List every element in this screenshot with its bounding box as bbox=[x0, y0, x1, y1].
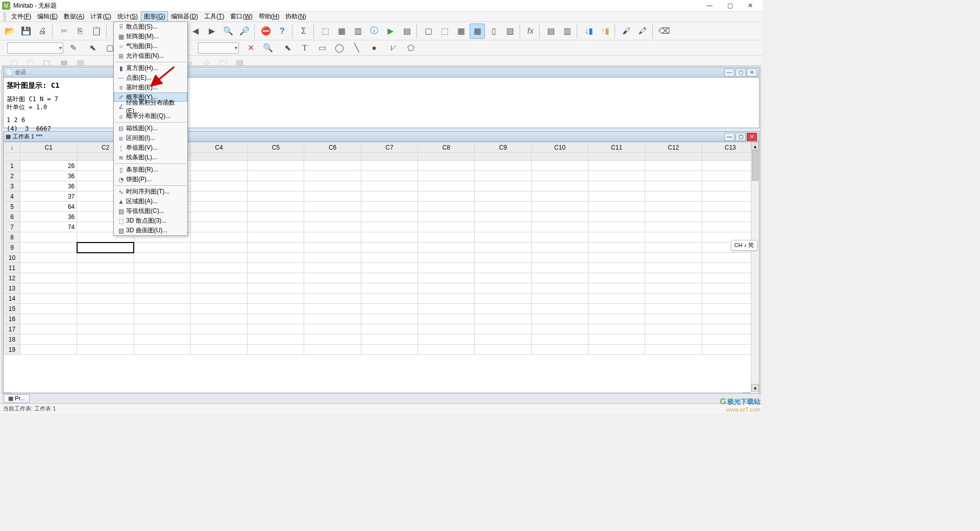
cell[interactable] bbox=[702, 161, 758, 171]
cell[interactable] bbox=[20, 283, 77, 294]
menu-item[interactable]: ▧3D 曲面图(U)... bbox=[114, 226, 187, 235]
tool-12[interactable]: ▧ bbox=[502, 23, 518, 39]
cell[interactable] bbox=[77, 345, 134, 355]
row-header[interactable]: 19 bbox=[4, 345, 20, 355]
tool-11[interactable]: ▯ bbox=[486, 23, 501, 39]
cell[interactable] bbox=[304, 222, 361, 232]
menu-a[interactable]: 数据(A) bbox=[61, 11, 87, 22]
session-close-button[interactable]: ✕ bbox=[747, 68, 757, 77]
cell[interactable] bbox=[134, 314, 190, 324]
col-name[interactable] bbox=[418, 153, 475, 161]
row-header[interactable]: 10 bbox=[4, 253, 20, 263]
cell[interactable] bbox=[531, 263, 588, 273]
cell[interactable] bbox=[361, 273, 418, 283]
col-name[interactable] bbox=[304, 153, 361, 161]
menu-item[interactable]: ⬚3D 散点图(3)... bbox=[114, 216, 187, 226]
session-max-button[interactable]: ▢ bbox=[736, 68, 746, 77]
cell[interactable] bbox=[248, 171, 304, 181]
menu-h[interactable]: 帮助(H) bbox=[256, 11, 283, 22]
cell[interactable] bbox=[190, 232, 247, 243]
cell[interactable] bbox=[20, 294, 77, 304]
cell[interactable] bbox=[190, 294, 247, 304]
cell[interactable] bbox=[248, 283, 304, 294]
sort-desc-button[interactable]: ↑▮ bbox=[597, 23, 612, 39]
cell[interactable] bbox=[475, 202, 531, 212]
edit-tool-1[interactable]: ✎ bbox=[65, 40, 81, 56]
cell[interactable] bbox=[134, 283, 190, 294]
cell[interactable] bbox=[418, 161, 475, 171]
cell[interactable] bbox=[418, 191, 475, 202]
cell[interactable] bbox=[20, 253, 77, 263]
cell[interactable] bbox=[645, 232, 702, 243]
cell[interactable] bbox=[418, 283, 475, 294]
cell[interactable]: 36 bbox=[20, 181, 77, 191]
cell[interactable] bbox=[702, 314, 758, 324]
sort-asc-button[interactable]: ↓▮ bbox=[581, 23, 596, 39]
cell[interactable] bbox=[361, 314, 418, 324]
cell[interactable] bbox=[190, 202, 247, 212]
cell[interactable] bbox=[20, 243, 77, 253]
cell[interactable] bbox=[531, 232, 588, 243]
cell[interactable] bbox=[645, 222, 702, 232]
cell[interactable] bbox=[645, 253, 702, 263]
cell[interactable] bbox=[645, 212, 702, 222]
cell[interactable] bbox=[77, 263, 134, 273]
cell[interactable] bbox=[304, 181, 361, 191]
cell[interactable] bbox=[645, 273, 702, 283]
tool-6[interactable]: ▤ bbox=[399, 23, 414, 39]
menubar-gripper[interactable] bbox=[3, 13, 6, 21]
col-name[interactable] bbox=[531, 153, 588, 161]
col-header[interactable]: C1 bbox=[20, 142, 77, 153]
save-button[interactable]: 💾 bbox=[18, 23, 34, 39]
cell[interactable] bbox=[248, 243, 304, 253]
menu-item[interactable]: ◔饼图(P)... bbox=[114, 175, 187, 184]
cell[interactable] bbox=[361, 212, 418, 222]
arrow-tool[interactable]: ● bbox=[366, 40, 382, 56]
cell[interactable] bbox=[645, 324, 702, 334]
col-header[interactable]: C12 bbox=[645, 142, 702, 153]
cell[interactable] bbox=[475, 314, 531, 324]
cell[interactable] bbox=[531, 345, 588, 355]
task-tab[interactable]: ▦ Pr... bbox=[4, 394, 30, 403]
cell[interactable] bbox=[588, 181, 645, 191]
col-name[interactable] bbox=[702, 153, 758, 161]
menu-item[interactable]: ⧈区间图(I)... bbox=[114, 133, 187, 143]
col-header[interactable]: C7 bbox=[361, 142, 418, 153]
cell[interactable] bbox=[702, 273, 758, 283]
cell[interactable] bbox=[531, 294, 588, 304]
row-header[interactable]: 14 bbox=[4, 294, 20, 304]
cell[interactable] bbox=[475, 294, 531, 304]
cell[interactable] bbox=[588, 324, 645, 334]
cell[interactable] bbox=[190, 171, 247, 181]
pointer-tool[interactable]: ⬉ bbox=[85, 40, 100, 56]
cell[interactable] bbox=[702, 334, 758, 345]
cell[interactable] bbox=[190, 314, 247, 324]
zoom-button[interactable]: 🔍 bbox=[260, 40, 276, 56]
cell[interactable] bbox=[418, 171, 475, 181]
cell[interactable] bbox=[304, 294, 361, 304]
cell[interactable] bbox=[588, 202, 645, 212]
cell[interactable] bbox=[361, 324, 418, 334]
cell[interactable] bbox=[77, 334, 134, 345]
row-header[interactable]: 7 bbox=[4, 222, 20, 232]
maximize-button[interactable]: ▢ bbox=[720, 0, 740, 12]
cell[interactable] bbox=[304, 263, 361, 273]
menu-item[interactable]: ⠿散点图(S)... bbox=[114, 22, 187, 32]
cell[interactable] bbox=[361, 334, 418, 345]
menu-item[interactable]: ▯条形图(R)... bbox=[114, 165, 187, 175]
cell[interactable] bbox=[190, 324, 247, 334]
cell[interactable] bbox=[134, 345, 190, 355]
cell[interactable] bbox=[475, 161, 531, 171]
delete-button[interactable]: ✕ bbox=[243, 40, 258, 56]
cell[interactable] bbox=[702, 263, 758, 273]
cell[interactable] bbox=[418, 334, 475, 345]
tool-13[interactable]: ▤ bbox=[543, 23, 558, 39]
cell[interactable] bbox=[645, 314, 702, 324]
cell[interactable] bbox=[645, 334, 702, 345]
cell[interactable] bbox=[190, 345, 247, 355]
tool-7[interactable]: ▢ bbox=[421, 23, 436, 39]
cell[interactable] bbox=[248, 334, 304, 345]
cell[interactable] bbox=[588, 222, 645, 232]
cell[interactable] bbox=[20, 334, 77, 345]
cell[interactable] bbox=[248, 161, 304, 171]
